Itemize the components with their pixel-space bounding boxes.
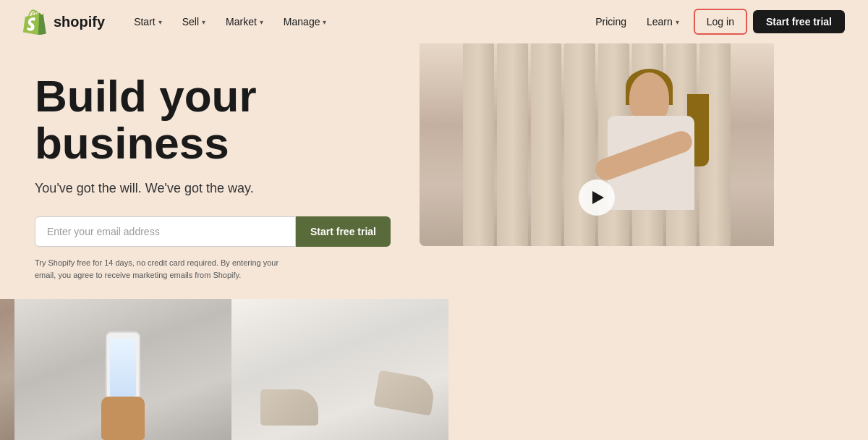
shopify-logo-icon (23, 9, 49, 35)
start-trial-button[interactable]: Start free trial (296, 216, 391, 247)
logo-text: shopify (54, 14, 105, 30)
hero-left-panel: Build your business You've got the will.… (0, 43, 420, 440)
navigation: shopify Start ▾ Sell ▾ Market ▾ Manage ▾… (0, 0, 868, 43)
chevron-down-icon: ▾ (676, 18, 679, 26)
chevron-down-icon: ▾ (260, 18, 263, 26)
chevron-down-icon: ▾ (323, 18, 326, 26)
chevron-down-icon: ▾ (202, 18, 205, 26)
nav-item-start[interactable]: Start ▾ (125, 12, 171, 32)
disclaimer-text: Try Shopify free for 14 days, no credit … (35, 257, 295, 281)
chevron-down-icon: ▾ (158, 18, 162, 26)
email-form: Start free trial (35, 216, 391, 247)
hero-right-panel (420, 43, 868, 440)
hero-title: Build your business (35, 72, 391, 166)
nav-left-items: Start ▾ Sell ▾ Market ▾ Manage ▾ (125, 12, 587, 32)
nav-item-market[interactable]: Market ▾ (217, 12, 272, 32)
nav-item-manage[interactable]: Manage ▾ (275, 12, 336, 32)
play-button[interactable] (579, 179, 615, 216)
hero-main-image (420, 43, 774, 246)
play-icon (592, 191, 604, 204)
nav-start-trial-button[interactable]: Start free trial (753, 10, 845, 33)
nav-item-learn[interactable]: Learn ▾ (638, 12, 688, 32)
nav-right-items: Pricing Learn ▾ Log in Start free trial (587, 9, 845, 35)
logo[interactable]: shopify (23, 9, 105, 35)
email-input[interactable] (35, 216, 296, 247)
hero-subtitle: You've got the will. We've got the way. (35, 181, 391, 196)
woman-figure (586, 58, 731, 246)
nav-item-sell[interactable]: Sell ▾ (174, 12, 214, 32)
nav-item-pricing[interactable]: Pricing (587, 12, 635, 32)
login-button[interactable]: Log in (694, 9, 747, 35)
main-content: Build your business You've got the will.… (0, 43, 868, 440)
